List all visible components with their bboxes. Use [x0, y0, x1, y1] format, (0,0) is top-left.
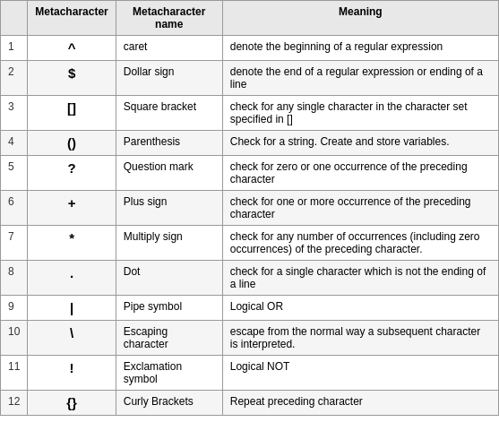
table-row: 4()ParenthesisCheck for a string. Create…: [1, 131, 499, 156]
cell-metachar: {}: [28, 391, 116, 416]
cell-row-num: 1: [1, 36, 28, 61]
cell-metachar: !: [28, 356, 116, 391]
cell-row-num: 11: [1, 356, 28, 391]
table-row: 5?Question markcheck for zero or one occ…: [1, 156, 499, 191]
cell-metaname: Pipe symbol: [116, 296, 222, 321]
cell-metachar: ^: [28, 36, 116, 61]
cell-meaning: check for any single character in the ch…: [222, 96, 498, 131]
cell-metachar: []: [28, 96, 116, 131]
cell-metachar: $: [28, 61, 116, 96]
cell-row-num: 12: [1, 391, 28, 416]
col-header-metachar: Metacharacter: [28, 1, 116, 36]
cell-meaning: Logical OR: [222, 296, 498, 321]
cell-metachar: |: [28, 296, 116, 321]
cell-meaning: check for a single character which is no…: [222, 261, 498, 296]
cell-meaning: Repeat preceding character: [222, 391, 498, 416]
cell-row-num: 6: [1, 191, 28, 226]
cell-row-num: 10: [1, 321, 28, 356]
cell-meaning: escape from the normal way a subsequent …: [222, 321, 498, 356]
cell-meaning: Check for a string. Create and store var…: [222, 131, 498, 156]
cell-row-num: 7: [1, 226, 28, 261]
table-row: 11!Exclamation symbolLogical NOT: [1, 356, 499, 391]
cell-row-num: 3: [1, 96, 28, 131]
table-row: 1^caretdenote the beginning of a regular…: [1, 36, 499, 61]
col-header-metaname: Metacharacter name: [116, 1, 222, 36]
cell-metaname: Multiply sign: [116, 226, 222, 261]
cell-row-num: 2: [1, 61, 28, 96]
cell-row-num: 4: [1, 131, 28, 156]
cell-metaname: Curly Brackets: [116, 391, 222, 416]
cell-metaname: Escaping character: [116, 321, 222, 356]
cell-meaning: check for zero or one occurrence of the …: [222, 156, 498, 191]
cell-meaning: Logical NOT: [222, 356, 498, 391]
cell-meaning: denote the end of a regular expression o…: [222, 61, 498, 96]
cell-metaname: Square bracket: [116, 96, 222, 131]
cell-metachar: ?: [28, 156, 116, 191]
table-header-row: Metacharacter Metacharacter name Meaning: [1, 1, 499, 36]
cell-metachar: +: [28, 191, 116, 226]
metacharacter-table: Metacharacter Metacharacter name Meaning…: [0, 0, 499, 416]
col-header-meaning: Meaning: [222, 1, 498, 36]
cell-metachar: (): [28, 131, 116, 156]
cell-metaname: Dot: [116, 261, 222, 296]
cell-meaning: check for one or more occurrence of the …: [222, 191, 498, 226]
table-row: 3[]Square bracketcheck for any single ch…: [1, 96, 499, 131]
cell-metachar: .: [28, 261, 116, 296]
cell-row-num: 5: [1, 156, 28, 191]
col-header-num: [1, 1, 28, 36]
cell-meaning: check for any number of occurrences (inc…: [222, 226, 498, 261]
table-row: 10\Escaping characterescape from the nor…: [1, 321, 499, 356]
table-row: 7*Multiply signcheck for any number of o…: [1, 226, 499, 261]
cell-metaname: Parenthesis: [116, 131, 222, 156]
cell-metaname: Question mark: [116, 156, 222, 191]
table-row: 12{}Curly BracketsRepeat preceding chara…: [1, 391, 499, 416]
cell-metaname: Dollar sign: [116, 61, 222, 96]
table-row: 6+Plus signcheck for one or more occurre…: [1, 191, 499, 226]
table-row: 9|Pipe symbolLogical OR: [1, 296, 499, 321]
cell-metaname: Plus sign: [116, 191, 222, 226]
table-row: 2$Dollar signdenote the end of a regular…: [1, 61, 499, 96]
cell-metachar: \: [28, 321, 116, 356]
cell-metachar: *: [28, 226, 116, 261]
cell-row-num: 8: [1, 261, 28, 296]
cell-row-num: 9: [1, 296, 28, 321]
cell-metaname: caret: [116, 36, 222, 61]
table-row: 8.Dotcheck for a single character which …: [1, 261, 499, 296]
cell-metaname: Exclamation symbol: [116, 356, 222, 391]
cell-meaning: denote the beginning of a regular expres…: [222, 36, 498, 61]
